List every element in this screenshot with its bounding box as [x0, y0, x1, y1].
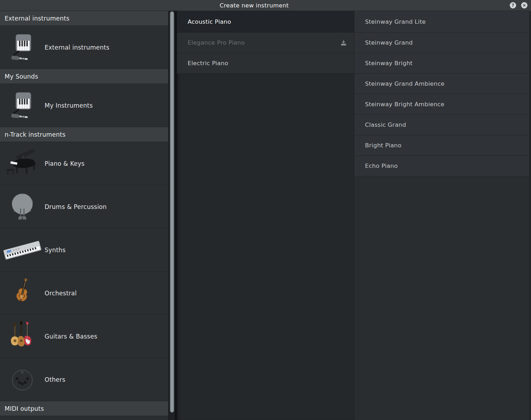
preset-row-label: Steinway Grand Ambience	[365, 80, 531, 87]
preset-row-steinway-grand-ambience[interactable]: Steinway Grand Ambience	[354, 74, 531, 94]
sidebar-header-label: n-Track instruments	[5, 131, 65, 138]
sidebar-scrollbar-thumb[interactable]	[170, 11, 174, 413]
instrument-type-list: Acoustic Piano Elegance Pro Piano Electr…	[177, 11, 354, 420]
sidebar-item-piano-keys[interactable]: Piano & Keys	[0, 142, 168, 185]
download-icon[interactable]	[339, 39, 348, 47]
instrument-row-electric-piano[interactable]: Electric Piano	[177, 53, 354, 74]
sidebar-item-others[interactable]: Others	[0, 358, 168, 401]
help-icon[interactable]: ?	[510, 2, 516, 8]
preset-row-classic-grand[interactable]: Classic Grand	[354, 115, 531, 135]
preset-row-steinway-bright-ambience[interactable]: Steinway Bright Ambience	[354, 94, 531, 115]
guitars-icon	[0, 319, 45, 354]
close-icon[interactable]: ×	[521, 2, 527, 8]
preset-row-steinway-grand-lite[interactable]: Steinway Grand Lite	[354, 11, 531, 33]
sidebar-item-my-instruments[interactable]: My Instruments	[0, 84, 168, 127]
dialog-titlebar[interactable]: Create new instrument ? ×	[0, 0, 531, 11]
preset-row-echo-piano[interactable]: Echo Piano	[354, 156, 531, 176]
grand-piano-icon	[0, 146, 45, 181]
instrument-row-label: Acoustic Piano	[188, 18, 339, 25]
synth-keyboard-icon	[0, 236, 45, 264]
preset-list: Steinway Grand Lite Steinway Grand Stein…	[354, 11, 531, 420]
dialog-content: External instruments External instrument…	[0, 11, 531, 420]
sidebar-header-n-track-instruments: n-Track instruments	[0, 127, 168, 142]
sidebar-header-external-instruments: External instruments	[0, 11, 168, 26]
midi-keyboard-jack-icon	[0, 91, 45, 120]
sidebar-header-label: My Sounds	[5, 73, 38, 80]
sidebar-item-drums-percussion[interactable]: Drums & Percussion	[0, 185, 168, 228]
sidebar-item-guitars-basses[interactable]: Guitars & Basses	[0, 315, 168, 358]
preset-row-label: Steinway Grand	[365, 39, 531, 46]
sidebar-item-label: External instruments	[45, 44, 109, 51]
sidebar-item-external-instruments[interactable]: External instruments	[0, 26, 168, 69]
sidebar-scrollbar-track[interactable]	[169, 11, 177, 420]
preset-row-label: Steinway Bright Ambience	[365, 101, 531, 108]
instrument-row-label: Electric Piano	[188, 60, 339, 67]
preset-row-label: Steinway Bright	[365, 60, 531, 67]
sidebar-header-my-sounds: My Sounds	[0, 69, 168, 84]
sidebar-item-label: Piano & Keys	[45, 160, 85, 167]
create-instrument-dialog: Create new instrument ? × External instr…	[0, 0, 531, 420]
sidebar-item-label: Guitars & Basses	[45, 333, 97, 340]
preset-row-label: Classic Grand	[365, 121, 531, 128]
instrument-row-acoustic-piano[interactable]: Acoustic Piano	[177, 11, 354, 33]
dialog-title: Create new instrument	[219, 2, 289, 9]
preset-row-steinway-grand[interactable]: Steinway Grand	[354, 33, 531, 53]
preset-row-bright-piano[interactable]: Bright Piano	[354, 135, 531, 156]
preset-row-steinway-bright[interactable]: Steinway Bright	[354, 53, 531, 74]
category-sidebar: External instruments External instrument…	[0, 11, 169, 420]
bass-drum-icon	[0, 190, 45, 223]
sidebar-header-label: External instruments	[5, 15, 69, 22]
midi-din-icon	[0, 367, 45, 392]
sidebar-header-midi-outputs: MIDI outputs	[0, 401, 168, 416]
sidebar-item-label: Drums & Percussion	[45, 203, 107, 210]
sidebar-item-label: Synths	[45, 246, 65, 254]
instrument-row-elegance-pro-piano[interactable]: Elegance Pro Piano	[177, 33, 354, 53]
midi-keyboard-jack-icon	[0, 33, 45, 62]
sidebar-item-orchestral[interactable]: Orchestral	[0, 272, 168, 315]
preset-row-label: Bright Piano	[365, 142, 531, 149]
preset-row-label: Steinway Grand Lite	[365, 18, 531, 25]
sidebar-header-label: MIDI outputs	[5, 405, 44, 412]
sidebar-item-synths[interactable]: Synths	[0, 228, 168, 272]
preset-row-label: Echo Piano	[365, 163, 531, 169]
sidebar-item-label: My Instruments	[45, 102, 93, 109]
sidebar-item-label: Others	[45, 376, 65, 383]
titlebar-buttons: ? ×	[510, 0, 527, 11]
violin-icon	[0, 277, 45, 310]
instrument-row-label: Elegance Pro Piano	[188, 39, 339, 46]
sidebar-item-label: Orchestral	[45, 290, 77, 297]
